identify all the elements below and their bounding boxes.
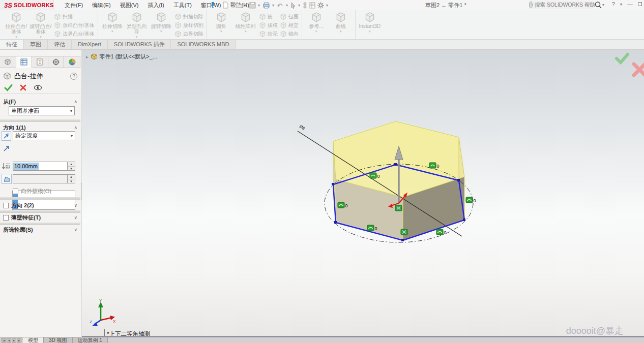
ribbon-button[interactable]: 包覆 [280, 12, 299, 21]
ribbon-button[interactable]: 扫描切除 [174, 12, 203, 21]
sketch-relation-badge[interactable]: 0 [436, 229, 447, 235]
search-box[interactable]: ? 搜索 SOLIDWORKS 帮助 [529, 1, 593, 9]
confirm-cancel-corner[interactable] [631, 61, 644, 78]
tab-features[interactable]: 特征 [0, 40, 24, 49]
dimension-label[interactable]: Ø8 [299, 124, 306, 131]
ribbon-button[interactable]: 放样切割 [174, 21, 203, 29]
ribbon-button[interactable]: 筋 [259, 12, 278, 21]
feature-tree-flyout[interactable]: ▸ 零件1 (默认<<默认>_... [86, 53, 157, 60]
tab-display-manager[interactable] [64, 56, 80, 68]
depth-input[interactable]: 10.00mm [13, 162, 68, 171]
nav-first-icon[interactable]: |◂ [2, 338, 6, 342]
pm-help-icon[interactable]: ? [70, 73, 77, 80]
options-button[interactable] [317, 1, 325, 10]
ribbon-button[interactable]: 旋转凸台/基体▾ [29, 12, 52, 39]
ribbon-button[interactable]: 旋转切除▾ [150, 12, 173, 34]
thin-feature-checkbox[interactable] [3, 215, 9, 221]
bottom-tab[interactable]: 运动算例 1 [73, 337, 108, 343]
sketch-relation-badge[interactable]: 0 [466, 197, 476, 203]
minimize-button[interactable]: — [627, 1, 633, 7]
origin-badge[interactable] [395, 205, 402, 211]
collapse-chevron-icon[interactable]: ∧ [74, 125, 77, 130]
spinner-down-icon[interactable]: ▼ [68, 167, 75, 171]
graphics-viewport[interactable]: ▸ 零件1 (默认<<默认>_... [82, 50, 644, 337]
menu-item[interactable]: 文件(F) [60, 0, 87, 10]
print-button[interactable] [262, 1, 271, 10]
sketch-relation-badge[interactable]: 0 [429, 163, 440, 169]
new-document-button[interactable] [222, 1, 229, 10]
tab-property-manager[interactable] [16, 56, 33, 68]
collapse-chevron-icon[interactable]: ∧ [74, 99, 77, 104]
tab-5[interactable]: SOLIDWORKS MBD [171, 40, 236, 49]
cancel-button[interactable] [20, 84, 26, 91]
ribbon-button[interactable]: 线性阵列▾ [234, 12, 257, 34]
expand-chevron-icon[interactable]: ∨ [74, 203, 77, 208]
direction2-checkbox[interactable] [3, 203, 9, 208]
ok-button[interactable] [4, 84, 13, 91]
ribbon-button[interactable]: 相交 [280, 21, 299, 29]
confirm-ok-corner[interactable] [614, 52, 630, 65]
group-from[interactable]: 从(F) ∧ [0, 97, 80, 107]
draft-outward-checkbox[interactable]: 向外拔模(O) [13, 188, 51, 195]
ribbon-button[interactable]: 镜向 [280, 29, 299, 38]
end-condition-select[interactable]: 给定深度 ▾ [13, 131, 75, 140]
ribbon-button[interactable]: 拉伸切除▾ [101, 12, 124, 34]
ribbon-button[interactable]: 放样凸台/基体 [54, 21, 95, 29]
ribbon-button[interactable]: 参考...▾ [305, 12, 328, 34]
restore-button[interactable] [638, 2, 642, 6]
menu-item[interactable]: 编辑(E) [87, 0, 115, 10]
open-document-button[interactable] [235, 1, 243, 10]
tab-featuremanager-tree[interactable] [0, 56, 16, 68]
spinner-up-icon[interactable]: ▲ [68, 162, 75, 167]
select-button[interactable] [290, 1, 297, 10]
ribbon-button[interactable]: 拉伸凸台/基体▾ [5, 12, 28, 39]
reverse-direction-button[interactable] [2, 131, 11, 141]
save-button[interactable] [249, 1, 256, 10]
sketch-relation-badge[interactable]: 0 [338, 202, 348, 208]
undo-button[interactable] [276, 1, 284, 10]
draft-button[interactable] [2, 174, 12, 184]
bottom-tab[interactable]: 3D 视图 [44, 337, 73, 343]
tab-2[interactable]: 评估 [48, 40, 72, 49]
ribbon-button[interactable]: 边界切除 [174, 29, 203, 38]
tab-configuration-manager[interactable] [32, 56, 48, 68]
expand-chevron-icon[interactable]: ∨ [74, 215, 77, 220]
expand-arrow-icon[interactable]: ▸ [86, 54, 89, 59]
preview-eye-button[interactable] [34, 84, 42, 91]
group-direction2[interactable]: 方向 2(2) ∨ [0, 200, 80, 210]
nav-next-icon[interactable]: ▸ [12, 338, 16, 342]
model-preview[interactable]: Ø8 00000 [285, 112, 488, 254]
vertex-badge[interactable] [401, 229, 407, 235]
ribbon-button[interactable]: 拔模 [259, 21, 278, 29]
menu-item[interactable]: 视图(V) [115, 0, 143, 10]
file-properties-button[interactable] [309, 1, 316, 10]
menu-item[interactable]: 插入(I) [143, 0, 168, 10]
group-selected-contours[interactable]: 所选轮廓(S) ∨ [0, 225, 80, 235]
tab-3[interactable]: DimXpert [72, 40, 108, 49]
tab-1[interactable]: 草图 [24, 40, 48, 49]
ribbon-button[interactable]: 异型孔向导▾ [125, 12, 149, 39]
depth-spinner[interactable]: ▲▼ [68, 162, 75, 171]
pin-icon[interactable] [210, 2, 216, 10]
ribbon-button[interactable]: 曲线▾ [329, 12, 353, 34]
rebuild-button[interactable] [302, 1, 308, 10]
tab-dimxpert-manager[interactable] [48, 56, 65, 68]
sketch-relation-badge[interactable]: 0 [367, 225, 377, 231]
sketch-relation-badge[interactable]: 0 [370, 173, 380, 179]
start-condition-select[interactable]: 草图基准面 ▾ [9, 106, 75, 115]
tab-4[interactable]: SOLIDWORKS 插件 [108, 40, 171, 49]
ribbon-button[interactable]: Instant3D▾ [358, 12, 382, 34]
ribbon-button[interactable]: 抽壳 [259, 29, 278, 38]
ribbon-button[interactable]: 扫描 [54, 12, 95, 21]
checkbox-icon[interactable] [13, 189, 18, 194]
bottom-tab[interactable]: 模型 [23, 337, 44, 343]
group-thin-feature[interactable]: 薄壁特征(T) ∨ [0, 212, 80, 223]
nav-last-icon[interactable]: ▸| [17, 338, 21, 342]
ribbon-button[interactable]: 圆角▾ [210, 12, 233, 34]
search-button[interactable]: ▾ [594, 1, 609, 9]
expand-chevron-icon[interactable]: ∨ [74, 227, 77, 232]
menu-item[interactable]: 工具(T) [169, 0, 196, 10]
help-menu[interactable]: ? [612, 1, 615, 7]
ribbon-button[interactable]: 边界凸台/基体 [54, 29, 95, 38]
nav-prev-icon[interactable]: ◂ [7, 338, 11, 342]
